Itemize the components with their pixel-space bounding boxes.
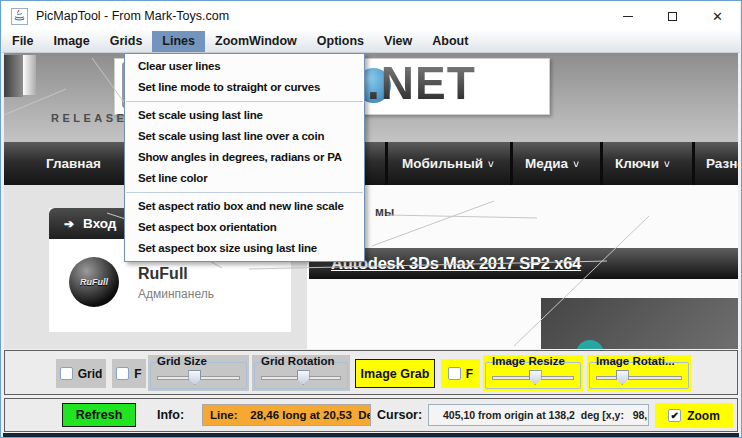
lines-menu-dropdown: Clear user lines Set line mode to straig… — [124, 53, 365, 262]
zoom-checkbox-label: Zoom — [687, 409, 720, 423]
nav-separator — [692, 142, 695, 185]
image-resize-title: Image Resize — [492, 355, 565, 367]
close-icon: ✕ — [712, 10, 723, 23]
toolbar: Grid F Grid Size Grid Rotation Image Gra… — [4, 350, 738, 395]
status-bar: Refresh Info: Line: 28,46 long at 20,53 … — [4, 398, 738, 432]
menu-item-scale-last-line[interactable]: Set scale using last line — [125, 105, 364, 126]
menu-view[interactable]: View — [374, 31, 422, 52]
menu-options[interactable]: Options — [307, 31, 374, 52]
menu-separator — [126, 101, 363, 102]
f2-checkbox-panel: F — [441, 359, 480, 388]
grid-checkbox[interactable] — [60, 367, 73, 380]
minimize-button[interactable] — [605, 1, 650, 31]
close-button[interactable]: ✕ — [695, 1, 740, 31]
menu-item-aspect-orientation[interactable]: Set aspect box orientation — [125, 217, 364, 238]
app-window: PicMapTool - From Mark-Toys.com ✕ File I… — [0, 0, 742, 438]
info-label: Info: — [157, 408, 184, 422]
chevron-down-icon: ˅ — [488, 159, 494, 170]
slider-thumb[interactable] — [529, 370, 542, 385]
nav-item-klyuchi: Ключи˅ — [615, 142, 670, 185]
image-rotation-title: Image Rotati... — [596, 355, 675, 367]
partial-heading-text: мы — [375, 205, 394, 219]
menu-item-line-mode[interactable]: Set line mode to straight or curves — [125, 77, 364, 98]
menu-zoomwindow[interactable]: ZoomWindow — [205, 31, 307, 52]
line-info-field: Line: 28,46 long at 20,53 Deg — [202, 404, 371, 426]
grid-size-title: Grid Size — [157, 355, 207, 367]
slider-thumb[interactable] — [616, 370, 629, 385]
user-role: Админпанель — [138, 287, 214, 301]
window-bottom-edge — [3, 433, 739, 438]
image-resize-slider[interactable] — [492, 370, 574, 385]
grid-rotation-panel: Grid Rotation — [252, 355, 350, 391]
f2-checkbox[interactable] — [448, 367, 461, 380]
login-icon: ➔ — [64, 217, 74, 231]
cursor-info-field[interactable]: 405,10 from origin at 138,2 deg [x,y: 98… — [428, 404, 649, 426]
menu-grids[interactable]: Grids — [100, 31, 153, 52]
menu-image[interactable]: Image — [44, 31, 100, 52]
slider-track — [596, 376, 682, 380]
menu-bar: File Image Grids Lines ZoomWindow Option… — [2, 31, 740, 53]
grid-checkbox-label: Grid — [78, 367, 103, 381]
article-title: Autodesk 3Ds Max 2017 SP2 x64 — [331, 254, 581, 273]
menu-item-clear-user-lines[interactable]: Clear user lines — [125, 56, 364, 77]
menu-lines[interactable]: Lines — [152, 31, 205, 52]
menu-item-aspect-ratio-box[interactable]: Set aspect ratio box and new line scale — [125, 196, 364, 217]
image-canvas[interactable]: RS .NET RELEASES Главная Мобильный˅ Меди… — [4, 53, 738, 349]
minimize-icon — [623, 16, 633, 17]
menu-item-line-color[interactable]: Set line color — [125, 168, 364, 189]
check-icon: ✔ — [670, 411, 678, 421]
grid-checkbox-panel: Grid — [56, 359, 106, 388]
webpage-nav-bar: Главная Мобильный˅ Медиа˅ Ключи˅ Разное — [4, 142, 738, 185]
image-grab-button[interactable]: Image Grab — [355, 359, 435, 388]
cursor-label: Cursor: — [377, 408, 422, 422]
menu-item-aspect-size[interactable]: Set aspect box size using last line — [125, 238, 364, 259]
menu-item-scale-coin[interactable]: Set scale using last line over a coin — [125, 126, 364, 147]
nav-item-media: Медиа˅ — [525, 142, 579, 185]
nav-separator — [385, 142, 388, 185]
window-controls: ✕ — [605, 1, 740, 31]
title-bar: PicMapTool - From Mark-Toys.com ✕ — [2, 1, 740, 31]
chevron-down-icon: ˅ — [664, 159, 670, 170]
zoom-checkbox-panel: ✔ Zoom — [655, 403, 733, 428]
java-app-icon — [11, 8, 28, 25]
refresh-button[interactable]: Refresh — [62, 403, 136, 427]
grid-size-panel: Grid Size — [148, 355, 249, 391]
nav-separator — [600, 142, 603, 185]
f1-checkbox[interactable] — [116, 367, 129, 380]
image-rotation-slider[interactable] — [596, 370, 682, 385]
menu-item-angle-units[interactable]: Show angles in degrees, radians or PA — [125, 147, 364, 168]
f1-checkbox-label: F — [134, 367, 141, 381]
slider-thumb[interactable] — [297, 370, 310, 385]
maximize-icon — [668, 12, 677, 21]
image-rotation-panel: Image Rotati... — [587, 355, 691, 391]
article-title-bar: Autodesk 3Ds Max 2017 SP2 x64 — [309, 248, 738, 279]
logo-net-text: .NET — [367, 56, 476, 110]
webpage-corner-shape — [4, 55, 23, 97]
nav-item-raznoe: Разное — [706, 142, 738, 185]
article-thumbnail — [541, 298, 738, 349]
f2-checkbox-label: F — [466, 367, 473, 381]
login-header-label: Вход — [83, 216, 116, 231]
image-resize-panel: Image Resize — [483, 355, 583, 391]
slider-thumb[interactable] — [188, 370, 201, 385]
chevron-down-icon: ˅ — [573, 159, 579, 170]
zoom-checkbox[interactable]: ✔ — [668, 409, 681, 422]
grid-rotation-slider[interactable] — [261, 370, 341, 385]
menu-separator — [126, 192, 363, 193]
webpage-corner-highlight — [23, 55, 36, 95]
user-name: RuFull — [138, 265, 188, 283]
thumbnail-teal-shape — [576, 340, 604, 349]
avatar: RuFull — [69, 257, 119, 307]
menu-about[interactable]: About — [422, 31, 478, 52]
window-title: PicMapTool - From Mark-Toys.com — [36, 9, 229, 23]
grid-rotation-title: Grid Rotation — [261, 355, 334, 367]
maximize-button[interactable] — [650, 1, 695, 31]
nav-item-mobilny: Мобильный˅ — [402, 142, 494, 185]
f1-checkbox-panel: F — [112, 359, 146, 388]
nav-item-glavnaya: Главная — [46, 142, 101, 185]
nav-separator — [510, 142, 513, 185]
menu-file[interactable]: File — [2, 31, 44, 52]
grid-size-slider[interactable] — [157, 370, 240, 385]
